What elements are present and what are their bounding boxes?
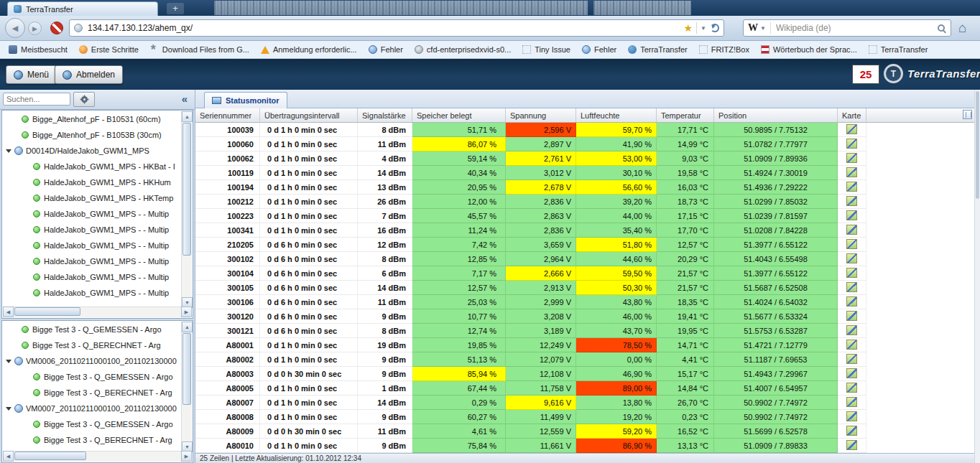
- map-icon[interactable]: [846, 139, 857, 149]
- expander-icon[interactable]: [6, 407, 11, 411]
- tree-item[interactable]: HaldeJakob_GWM1_MPS - - Multip: [2, 206, 181, 222]
- expander-icon[interactable]: [6, 149, 11, 153]
- table-row[interactable]: 1003410 d 1 h 0 min 0 sec16 dBm11,24 %2,…: [195, 223, 974, 238]
- column-header-signalstaerke[interactable]: Signalstärke: [358, 108, 412, 122]
- new-tab-button[interactable]: +: [167, 3, 184, 14]
- scroll-right-button[interactable]: ▶: [181, 307, 192, 317]
- bookmark-item[interactable]: Meistbesucht: [3, 42, 73, 57]
- map-icon[interactable]: [846, 411, 857, 421]
- bookmark-item[interactable]: Erste Schritte: [73, 42, 144, 57]
- scroll-up-button[interactable]: ▲: [182, 111, 193, 122]
- bookmark-item[interactable]: TerraTransfer: [622, 42, 693, 57]
- map-icon[interactable]: [846, 325, 857, 335]
- forward-button[interactable]: ▶: [28, 22, 42, 35]
- table-row[interactable]: A800090 d 0 h 30 min 0 sec11 dBm4,61 %12…: [195, 424, 974, 439]
- tree-item[interactable]: Bigge Test 3 - Q_BERECHNET - Arg: [2, 432, 181, 448]
- home-button[interactable]: ⌂: [958, 19, 966, 37]
- table-row[interactable]: 1000600 d 1 h 0 min 0 sec11 dBm86,07 %2,…: [195, 137, 974, 151]
- scrollbar-thumb[interactable]: [182, 123, 191, 256]
- table-row[interactable]: A800100 d 1 h 0 min 0 sec9 dBm75,84 %11,…: [195, 439, 974, 453]
- map-icon[interactable]: [846, 440, 857, 450]
- bookmark-item[interactable]: Fehler: [363, 42, 409, 57]
- column-header-karte[interactable]: Karte: [838, 108, 866, 122]
- map-icon[interactable]: [846, 397, 857, 407]
- scroll-right-button[interactable]: ▶: [181, 451, 192, 462]
- back-button[interactable]: ◀: [5, 18, 25, 38]
- scrollbar-thumb[interactable]: [182, 333, 191, 405]
- bookmark-item[interactable]: TerraTransfer: [863, 42, 934, 57]
- column-header-spannung[interactable]: Spannung: [506, 108, 576, 122]
- column-header-uebertragungsintervall[interactable]: Übertragungsintervall: [260, 108, 358, 122]
- tree-item[interactable]: HaldeJakob_GWM1_MPS - - Multip: [2, 238, 181, 253]
- url-dropdown-icon[interactable]: ▼: [701, 25, 706, 32]
- scroll-left-button[interactable]: ◀: [3, 451, 14, 462]
- tree-item[interactable]: HaldeJakob_GWM1_MPS - - Multip: [2, 253, 181, 269]
- horizontal-scrollbar[interactable]: ◀ ▶: [3, 451, 192, 462]
- scroll-up-button[interactable]: ▲: [182, 322, 193, 332]
- table-row[interactable]: A800030 d 0 h 30 min 0 sec9 dBm85,94 %12…: [195, 367, 974, 381]
- table-row[interactable]: A800070 d 1 h 0 min 0 sec14 dBm0,29 %9,6…: [195, 396, 974, 410]
- grid-options-icon[interactable]: [963, 110, 972, 119]
- bookmark-item[interactable]: Fehler: [576, 42, 622, 57]
- map-icon[interactable]: [846, 426, 857, 436]
- map-icon[interactable]: [846, 225, 857, 235]
- table-row[interactable]: 1002230 d 1 h 0 min 0 sec7 dBm45,57 %2,8…: [195, 209, 974, 223]
- tree-item[interactable]: HaldeJakob_GWM1_MPS - HKTemp: [2, 190, 181, 206]
- table-row[interactable]: 1001940 d 1 h 0 min 0 sec13 dBm20,95 %2,…: [195, 180, 974, 195]
- bookmark-item[interactable]: Wörterbuch der Sprac...: [755, 42, 863, 57]
- map-icon[interactable]: [846, 196, 857, 206]
- map-icon[interactable]: [846, 210, 857, 220]
- search-bar[interactable]: W ▼ Wikipedia (de): [743, 19, 951, 37]
- table-row[interactable]: 2102050 d 6 h 0 min 0 sec12 dBm7,42 %3,6…: [195, 238, 974, 252]
- search-engine-dropdown-icon[interactable]: ▼: [760, 25, 766, 32]
- bookmark-item[interactable]: Download Files from G...: [144, 42, 255, 57]
- tree-item[interactable]: Bigge Test 3 - Q_BERECHNET - Arg: [2, 337, 181, 353]
- bookmark-item[interactable]: cfd-enterprisedxvid-s0...: [409, 42, 517, 57]
- column-header-temperatur[interactable]: Temperatur: [657, 108, 714, 122]
- map-icon[interactable]: [846, 383, 857, 393]
- bookmark-item[interactable]: FRITZ!Box: [693, 42, 755, 57]
- map-icon[interactable]: [846, 340, 857, 350]
- sidebar-search-input[interactable]: [3, 93, 70, 106]
- menu-button[interactable]: Menü: [6, 65, 57, 84]
- logout-button[interactable]: Abmelden: [55, 65, 123, 84]
- reload-icon[interactable]: [711, 24, 719, 32]
- tree-item[interactable]: Bigge Test 3 - Q_GEMESSEN - Argo: [2, 416, 181, 432]
- map-icon[interactable]: [846, 167, 857, 177]
- tree-item[interactable]: D0014D/HaldeJakob_GWM1_MPS: [2, 143, 181, 159]
- scroll-left-button[interactable]: ◀: [3, 307, 14, 317]
- scrollbar-thumb[interactable]: [976, 91, 979, 199]
- map-icon[interactable]: [846, 282, 857, 292]
- table-row[interactable]: A800010 d 1 h 0 min 0 sec19 dBm19,85 %12…: [195, 338, 974, 352]
- table-row[interactable]: 3001020 d 6 h 0 min 0 sec8 dBm12,85 %2,9…: [195, 252, 974, 266]
- map-icon[interactable]: [846, 311, 857, 321]
- table-row[interactable]: 1000620 d 1 h 0 min 0 sec4 dBm59,14 %2,7…: [195, 151, 974, 166]
- map-icon[interactable]: [846, 296, 857, 307]
- tree-item[interactable]: Bigge Test 3 - Q_GEMESSEN - Argo: [2, 322, 181, 337]
- horizontal-scrollbar[interactable]: ◀ ▶: [3, 307, 192, 317]
- tree-item[interactable]: HaldeJakob_GWM1_MPS - HKHum: [2, 174, 181, 190]
- table-row[interactable]: 1002120 d 1 h 0 min 0 sec26 dBm12,00 %2,…: [195, 195, 974, 209]
- tree-item[interactable]: Bigge_Altenhof_pF - B10531 (60cm): [2, 111, 181, 127]
- tree-item[interactable]: HaldeJakob_GWM1_MPS - - Multip: [2, 285, 181, 301]
- url-bar[interactable]: 134.147.130.123/ahem_qx/ ★ ▼: [69, 19, 724, 37]
- map-icon[interactable]: [846, 253, 857, 263]
- tree-item[interactable]: Bigge_Altenhof_pF - B1053B (30cm): [2, 127, 181, 143]
- column-header-luftfeuchte[interactable]: Luftfeuchte: [576, 108, 657, 122]
- search-icon[interactable]: [937, 24, 946, 33]
- tree-item[interactable]: VM0006_20110211000100_201102130000: [2, 353, 181, 369]
- tree-item[interactable]: VM0007_20110211000100_201102130000: [2, 401, 181, 416]
- scrollbar-thumb[interactable]: [14, 307, 80, 316]
- vertical-scrollbar[interactable]: ▲ ▼: [181, 322, 192, 452]
- expander-icon[interactable]: [6, 360, 11, 363]
- scrollbar-thumb[interactable]: [14, 452, 86, 460]
- map-icon[interactable]: [846, 368, 857, 378]
- table-row[interactable]: 1000390 d 1 h 0 min 0 sec8 dBm51,71 %2,5…: [195, 123, 974, 137]
- map-icon[interactable]: [846, 268, 857, 278]
- map-icon[interactable]: [846, 153, 857, 163]
- column-header-position[interactable]: Position: [714, 108, 838, 122]
- column-header-seriennummer[interactable]: Seriennummer: [195, 108, 260, 122]
- map-icon[interactable]: [846, 354, 857, 364]
- tree-item[interactable]: HaldeJakob_GWM1_MPS - HKBat - I: [2, 159, 181, 174]
- search-engine-icon[interactable]: W: [748, 22, 758, 34]
